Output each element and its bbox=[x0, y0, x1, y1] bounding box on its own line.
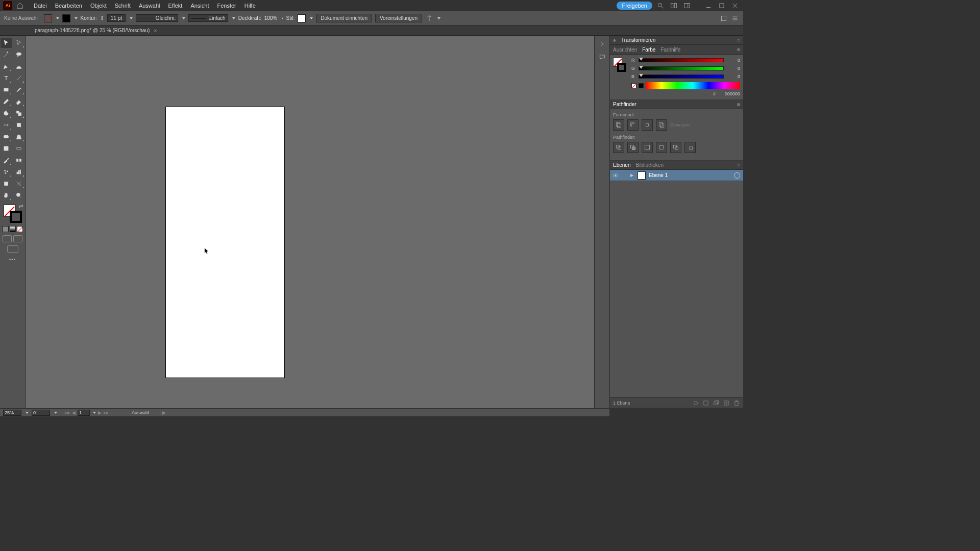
panel-menu-icon[interactable]: ≡ bbox=[737, 102, 740, 107]
g-slider[interactable] bbox=[639, 66, 724, 70]
zoom-tool[interactable] bbox=[13, 190, 24, 201]
black-swatch-icon[interactable] bbox=[639, 83, 644, 88]
stroke-swatch-icon[interactable] bbox=[617, 63, 626, 72]
curvature-tool[interactable] bbox=[13, 61, 24, 71]
delete-layer-icon[interactable] bbox=[733, 399, 740, 407]
pencil-tool[interactable] bbox=[1, 96, 12, 107]
menu-view[interactable]: Ansicht bbox=[186, 0, 213, 11]
rectangle-tool[interactable] bbox=[1, 85, 12, 95]
type-tool[interactable] bbox=[1, 73, 12, 83]
outline-button[interactable] bbox=[670, 142, 681, 153]
lasso-tool[interactable] bbox=[13, 49, 24, 60]
g-value[interactable]: 0 bbox=[727, 66, 740, 71]
selection-tool[interactable] bbox=[1, 38, 12, 48]
options-icon[interactable] bbox=[720, 14, 728, 22]
chevron-down-icon[interactable] bbox=[26, 412, 29, 414]
gradient-mode-icon[interactable] bbox=[10, 226, 16, 232]
color-guide-tab[interactable]: Farbhilfe bbox=[660, 47, 680, 53]
stroke-width-input[interactable] bbox=[107, 14, 126, 22]
chevron-down-icon[interactable] bbox=[54, 412, 57, 414]
eyedropper-tool[interactable] bbox=[1, 155, 12, 165]
edit-toolbar-icon[interactable]: ••• bbox=[9, 257, 16, 262]
workspace-icon[interactable] bbox=[682, 2, 692, 10]
layers-tab[interactable]: Ebenen bbox=[613, 162, 630, 168]
clip-mask-icon[interactable] bbox=[702, 399, 709, 407]
expand-layer-icon[interactable]: ▶ bbox=[630, 173, 638, 178]
maximize-icon[interactable] bbox=[717, 2, 727, 10]
blend-tool[interactable] bbox=[13, 155, 24, 165]
menu-edit[interactable]: Bearbeiten bbox=[51, 0, 86, 11]
color-mode-icon[interactable] bbox=[3, 226, 9, 232]
document-tab[interactable]: paragraph-1485228.png* @ 25 % (RGB/Vorsc… bbox=[31, 28, 161, 34]
menu-object[interactable]: Objekt bbox=[86, 0, 111, 11]
document-setup-button[interactable]: Dokument einrichten bbox=[316, 14, 372, 22]
home-icon[interactable] bbox=[15, 1, 24, 10]
visibility-toggle-icon[interactable] bbox=[610, 172, 621, 179]
width-tool[interactable] bbox=[1, 120, 12, 130]
style-swatch[interactable] bbox=[298, 14, 306, 22]
draw-behind-icon[interactable] bbox=[13, 235, 22, 242]
none-swatch-icon[interactable] bbox=[631, 83, 636, 88]
symbol-sprayer-tool[interactable] bbox=[1, 167, 12, 177]
unite-button[interactable] bbox=[613, 119, 624, 131]
zoom-input[interactable] bbox=[3, 410, 21, 416]
scale-tool[interactable] bbox=[13, 108, 24, 118]
stroke-swatch[interactable] bbox=[62, 14, 70, 22]
fill-swatch[interactable] bbox=[44, 14, 52, 22]
new-sublayer-icon[interactable] bbox=[713, 399, 720, 407]
gradient-tool[interactable] bbox=[13, 143, 24, 154]
comments-panel-icon[interactable] bbox=[597, 52, 607, 62]
rotate-tool[interactable] bbox=[1, 108, 12, 118]
share-button[interactable]: Freigeben bbox=[617, 2, 652, 10]
shape-builder-tool[interactable] bbox=[1, 132, 12, 142]
chevron-down-icon[interactable] bbox=[56, 17, 59, 19]
panel-menu-icon[interactable]: ≡ bbox=[737, 162, 740, 168]
paintbrush-tool[interactable] bbox=[13, 85, 24, 95]
crop-button[interactable] bbox=[656, 142, 667, 153]
intersect-button[interactable] bbox=[642, 119, 653, 131]
menu-select[interactable]: Auswahl bbox=[135, 0, 164, 11]
search-icon[interactable] bbox=[655, 2, 666, 10]
arrange-docs-icon[interactable] bbox=[669, 2, 679, 10]
b-value[interactable]: 0 bbox=[727, 74, 740, 79]
stroke-color-icon[interactable] bbox=[10, 211, 22, 223]
collapse-panels-icon[interactable] bbox=[597, 39, 607, 49]
chevron-down-icon[interactable] bbox=[310, 17, 313, 19]
last-artboard-icon[interactable]: ⏭ bbox=[104, 410, 108, 415]
brush-dropdown[interactable]: Einfach bbox=[188, 14, 228, 22]
artboard-tool[interactable] bbox=[1, 179, 12, 189]
chevron-down-icon[interactable] bbox=[93, 412, 96, 414]
fill-stroke-control[interactable]: ⇄ bbox=[3, 204, 23, 224]
chevron-down-icon[interactable] bbox=[130, 17, 133, 19]
libraries-tab[interactable]: Bibliotheken bbox=[635, 162, 663, 168]
swap-fill-stroke-icon[interactable]: ⇄ bbox=[19, 204, 23, 209]
chevron-down-icon[interactable] bbox=[437, 17, 440, 19]
minimize-icon[interactable] bbox=[703, 2, 714, 10]
chevron-down-icon[interactable] bbox=[182, 17, 185, 19]
artboard-number-input[interactable] bbox=[78, 410, 90, 416]
menu-effect[interactable]: Effekt bbox=[164, 0, 186, 11]
new-layer-icon[interactable] bbox=[723, 399, 730, 407]
color-spectrum[interactable] bbox=[646, 82, 740, 89]
trim-button[interactable] bbox=[627, 142, 639, 153]
stroke-stepper-icon[interactable]: ⇕ bbox=[100, 15, 104, 21]
opacity-value[interactable]: 100% bbox=[264, 15, 278, 21]
align-tab[interactable]: Ausrichten bbox=[613, 47, 637, 53]
chevron-down-icon[interactable] bbox=[232, 17, 235, 19]
artboard[interactable] bbox=[166, 107, 284, 378]
color-fill-stroke[interactable] bbox=[613, 58, 628, 88]
canvas[interactable] bbox=[26, 36, 594, 408]
graph-tool[interactable] bbox=[13, 167, 24, 177]
next-artboard-icon[interactable]: ▶ bbox=[98, 410, 102, 415]
menu-help[interactable]: Hilfe bbox=[240, 0, 260, 11]
layer-name[interactable]: Ebene 1 bbox=[649, 172, 668, 178]
r-slider[interactable] bbox=[639, 58, 724, 62]
layer-row[interactable]: ▶ Ebene 1 bbox=[610, 170, 743, 181]
transform-tab[interactable]: Transformieren bbox=[621, 37, 655, 43]
status-menu-icon[interactable]: ▶ bbox=[162, 410, 166, 415]
prev-artboard-icon[interactable]: ◀ bbox=[72, 410, 76, 415]
line-tool[interactable] bbox=[13, 73, 24, 83]
exclude-button[interactable] bbox=[656, 119, 667, 131]
menu-file[interactable]: Datei bbox=[30, 0, 51, 11]
mesh-tool[interactable] bbox=[1, 143, 12, 154]
